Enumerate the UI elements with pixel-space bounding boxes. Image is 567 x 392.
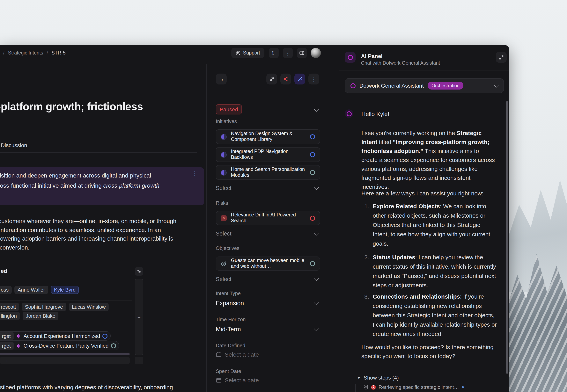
- share-icon: [283, 76, 289, 82]
- steps-guide-line: [355, 384, 356, 392]
- initiative-card[interactable]: Home and Search Personalization Modules: [216, 165, 320, 180]
- chevron-down-icon: [494, 82, 499, 87]
- calendar-icon: [216, 377, 222, 383]
- breadcrumb-str-5[interactable]: STR-5: [52, 50, 66, 56]
- target-row[interactable]: rget Cross-Device Feature Parity Verifie…: [0, 341, 119, 350]
- table-horizontal-scrollbar[interactable]: [0, 353, 130, 355]
- ai-header-divider: [339, 70, 509, 70]
- tab-discussion[interactable]: Discussion: [1, 142, 27, 148]
- objectives-section-label: Objectives: [216, 245, 239, 251]
- copy-link-button[interactable]: [266, 74, 277, 84]
- chevron-down-icon[interactable]: [314, 276, 319, 281]
- breadcrumb-separator: /: [47, 50, 48, 56]
- toggle-side-panel-button[interactable]: [297, 48, 307, 58]
- agent-selector[interactable]: Dotwork General Assistant Orchestration: [345, 78, 504, 93]
- spent-date-field[interactable]: Select a date: [216, 377, 259, 383]
- initiative-card[interactable]: Navigation Design System & Component Lib…: [216, 129, 320, 144]
- assignee-chip-selected[interactable]: Kyle Byrd: [51, 286, 79, 294]
- diamond-icon: [16, 333, 21, 338]
- table-settings-button[interactable]: [135, 267, 143, 276]
- initiative-card[interactable]: Integrated PDP Navigation Backflows: [216, 147, 320, 162]
- body-paragraph-line: lowering adoption barriers and increasin…: [0, 235, 173, 242]
- main-content-column: -platform growth; frictionless Discussio…: [0, 64, 207, 392]
- status-ring-icon[interactable]: [102, 333, 108, 338]
- risk-card[interactable]: ✕ Relevance Drift in AI-Powered Search: [216, 211, 320, 225]
- assignee-chip[interactable]: Lucas Winslow: [69, 303, 109, 311]
- date-defined-field[interactable]: Select a date: [216, 351, 259, 358]
- target-label: Account Experience Harmonized: [24, 333, 100, 339]
- objective-card[interactable]: Guests can move between mobile and web w…: [216, 256, 320, 271]
- add-row-button[interactable]: +: [0, 357, 130, 364]
- date-placeholder: Select a date: [225, 351, 259, 358]
- status-ring-icon[interactable]: [111, 343, 116, 348]
- assignee-chip[interactable]: Sophia Hargrove: [22, 303, 66, 311]
- ai-panel-scrollbar[interactable]: [506, 101, 508, 374]
- chevron-down-icon[interactable]: [314, 300, 319, 305]
- step-row[interactable]: Retrieving specific strategic intent…: [363, 384, 464, 390]
- main-props-divider: [206, 64, 207, 392]
- risks-select-field[interactable]: Select: [216, 230, 231, 237]
- triangle-down-icon: ▼: [357, 376, 361, 380]
- breadcrumb: / Strategic Intents / STR-5: [3, 50, 66, 56]
- status-ring-icon[interactable]: [310, 170, 315, 175]
- assistant-message-avatar: [345, 109, 353, 118]
- assignee-chip[interactable]: Jordan Blake: [23, 312, 58, 320]
- intent-type-value[interactable]: Expansion: [216, 300, 244, 307]
- callout-kebab-icon[interactable]: ⋮: [192, 171, 198, 176]
- highlighted-callout: uisition and deepen engagement across di…: [0, 168, 204, 205]
- status-ring-icon[interactable]: [310, 261, 315, 266]
- clipped-bottom-text: siloed platforms with varying degrees of…: [0, 384, 173, 391]
- body-paragraph-line: customers wherever they are—online, in-s…: [0, 218, 176, 224]
- initiative-icon: [221, 134, 227, 140]
- assistant-paragraph: How would you like to proceed? Is there …: [361, 343, 496, 361]
- status-ring-icon[interactable]: [310, 152, 315, 157]
- collapse-panel-button[interactable]: →: [216, 74, 227, 84]
- chevron-down-icon[interactable]: [314, 107, 319, 112]
- initiative-title: Integrated PDP Navigation Backflows: [231, 149, 306, 161]
- support-button[interactable]: Support: [231, 48, 264, 58]
- chevron-down-icon[interactable]: [314, 326, 319, 331]
- assistant-paragraph: I see you're currently working on the St…: [361, 128, 496, 191]
- properties-overflow-menu-button[interactable]: ⋮: [308, 74, 319, 84]
- initiatives-section-label: Initiatives: [216, 118, 237, 124]
- assignee-chip[interactable]: oss: [0, 286, 12, 294]
- assistant-greeting: Hello Kyle!: [361, 111, 389, 117]
- initiative-icon: [221, 169, 227, 175]
- assignee-chip[interactable]: rescott: [0, 303, 19, 311]
- table-row-assignees-1: oss Anne Waller Kyle Byrd: [0, 286, 79, 294]
- objective-title: Guests can move between mobile and web w…: [231, 257, 306, 270]
- step-row[interactable]: Searching for specific strategic intent …: [371, 391, 472, 392]
- table-column-header: ed: [1, 268, 7, 274]
- status-ring-icon[interactable]: [310, 215, 315, 221]
- objectives-select-field[interactable]: Select: [216, 276, 231, 282]
- user-avatar[interactable]: [311, 48, 321, 58]
- arrow-right-icon: →: [218, 75, 224, 83]
- add-cell-button[interactable]: +: [135, 357, 143, 364]
- ai-wand-button[interactable]: [294, 74, 305, 84]
- bold-text: Status Updates: [373, 254, 415, 260]
- assignee-chip[interactable]: Anne Waller: [14, 286, 48, 294]
- status-ring-icon[interactable]: [310, 134, 315, 139]
- initiatives-select-field[interactable]: Select: [216, 185, 231, 191]
- show-steps-toggle[interactable]: ▼ Show steps (4): [357, 375, 399, 381]
- bold-text: Explore Related Objects: [373, 203, 440, 210]
- time-horizon-value[interactable]: Mid-Term: [216, 326, 241, 333]
- page-title: -platform growth; frictionless: [0, 100, 143, 113]
- expand-panel-button[interactable]: [496, 52, 507, 63]
- spent-date-label: Spent Date: [216, 368, 241, 374]
- assignee-chip[interactable]: llington: [0, 312, 20, 320]
- risk-icon: ✕: [221, 215, 227, 221]
- add-column-button[interactable]: +: [135, 279, 143, 355]
- diamond-icon: [16, 343, 21, 348]
- header-overflow-menu-button[interactable]: ⋮: [283, 48, 293, 58]
- target-row[interactable]: rget Account Experience Harmonized: [0, 331, 111, 341]
- list-number: 1.: [363, 202, 369, 248]
- status-badge[interactable]: Paused: [216, 104, 242, 114]
- chevron-down-icon[interactable]: [314, 230, 319, 235]
- chevron-down-icon[interactable]: [314, 185, 319, 190]
- table-border-top: [0, 265, 132, 265]
- theme-toggle-button[interactable]: ☾: [269, 48, 279, 58]
- share-button[interactable]: [280, 74, 291, 84]
- breadcrumb-strategic-intents[interactable]: Strategic Intents: [8, 50, 43, 56]
- table-row-divider: [0, 328, 132, 328]
